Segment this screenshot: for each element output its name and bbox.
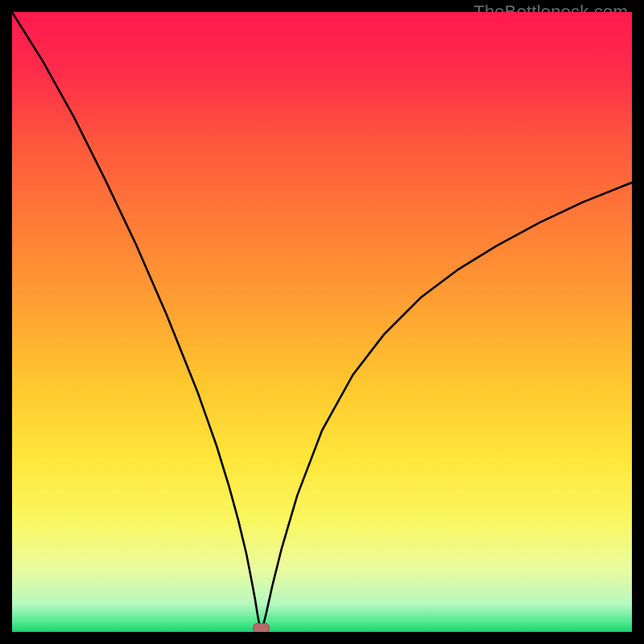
minimum-marker (254, 623, 270, 632)
gradient-background (12, 12, 632, 632)
chart-frame (12, 12, 632, 632)
bottleneck-chart (12, 12, 632, 632)
